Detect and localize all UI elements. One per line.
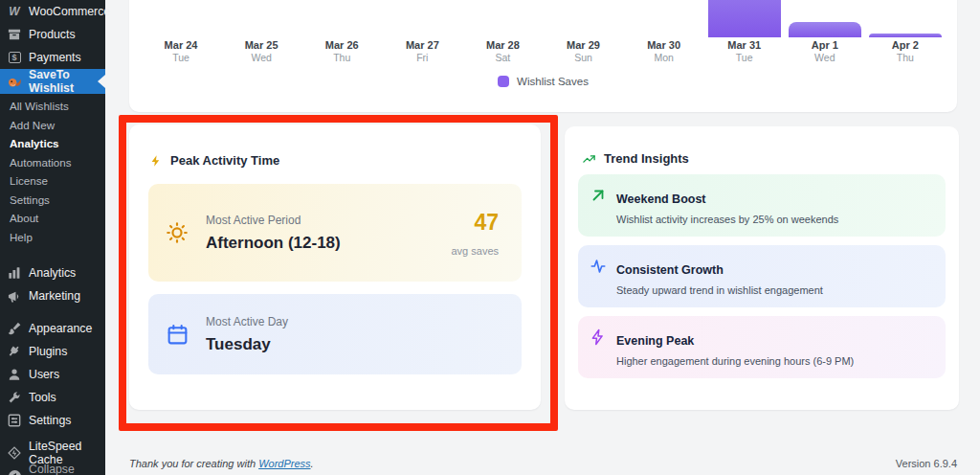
plugin-icon [7,344,22,359]
saveto-wishlist-squirrel-icon [7,74,22,89]
period-label: Most Active Period [206,214,341,227]
arrow-up-right-icon [590,187,607,204]
sidebar-item-litespeed-cache[interactable]: LiteSpeed Cache [0,441,105,464]
submenu-item-all-wishlists[interactable]: All Wishlists [0,97,105,116]
sidebar-item-label: Plugins [29,345,67,358]
submenu-item-automations[interactable]: Automations [0,153,105,172]
chart-bar-9 [869,34,942,37]
x-tick-date: Mar 29 [567,39,600,51]
sidebar-item-label: Analytics [29,266,76,280]
insight-title: Weekend Boost [616,192,838,206]
chart-column: Mar 27 Fri [382,0,462,63]
sliders-icon [7,413,22,428]
sidebar-item-saveto-wishlist[interactable]: SaveTo Wishlist [0,69,105,94]
trend-insights-header: Trend Insights [578,151,946,166]
chart-column: Mar 26 Thu [301,0,382,63]
chart-bar-7 [708,0,781,37]
most-active-day-tile: Most Active Day Tuesday [148,294,522,374]
insight-weekend-boost: Weekend Boost Wishlist activity increase… [578,174,946,237]
chart-bar-8 [789,22,861,37]
app-window: W WooCommerce Products $ Payments SaveTo… [0,0,980,475]
sidebar-item-label: Marketing [29,289,80,303]
sidebar-item-woocommerce[interactable]: W WooCommerce [0,0,105,23]
submenu-item-analytics[interactable]: Analytics [0,134,105,153]
sidebar-item-label: Appearance [29,322,92,335]
sidebar-item-appearance[interactable]: Appearance [0,317,105,340]
chart-column: Mar 24 Tue [141,0,221,63]
saveto-wishlist-submenu: All Wishlists Add New Analytics Automati… [0,94,105,252]
chart-column: Mar 31 Tue [704,0,785,63]
peak-activity-card: Peak Activity Time Most Active Period Af… [129,124,541,410]
chart-legend: Wishlist Saves [141,76,946,87]
sidebar-item-payments[interactable]: $ Payments [0,46,105,69]
x-tick-date: Mar 30 [647,39,680,51]
x-tick-date: Apr 2 [892,39,919,51]
legend-label: Wishlist Saves [517,76,589,87]
sidebar-item-label: Users [29,368,59,381]
sidebar-item-tools[interactable]: Tools [0,386,105,409]
chart-column: Mar 25 Wed [221,0,301,63]
x-tick-date: Mar 27 [406,39,439,51]
chart-column: Mar 30 Mon [624,0,704,63]
period-stat: 47 avg saves [451,210,499,257]
insight-title: Evening Peak [616,334,854,348]
sidebar-item-label: WooCommerce [29,5,110,18]
admin-footer: Thank you for creating with WordPress. V… [129,458,957,469]
sidebar-item-products[interactable]: Products [0,23,105,46]
footer-version: Version 6.9.4 [896,458,957,469]
activity-pulse-icon [590,258,607,275]
collapse-menu-icon [7,468,22,475]
avg-saves-value: 47 [451,210,499,236]
sidebar-item-settings[interactable]: Settings [0,409,105,432]
sidebar-item-label: Tools [29,391,56,404]
insight-texts: Evening Peak Higher engagement during ev… [616,328,854,367]
sidebar-item-label: Products [29,28,76,41]
day-value: Tuesday [206,335,288,354]
trend-insights-title: Trend Insights [604,151,689,166]
user-icon [7,367,22,382]
avg-saves-label: avg saves [451,245,499,257]
calendar-icon [164,321,190,348]
period-texts: Most Active Period Afternoon (12-18) [206,214,341,253]
insight-texts: Consistent Growth Steady upward trend in… [616,257,823,296]
sidebar-item-analytics[interactable]: Analytics [0,261,105,284]
insight-desc: Wishlist activity increases by 25% on we… [616,214,838,225]
sidebar-item-label: SaveTo Wishlist [29,68,105,95]
sidebar-item-collapse-menu[interactable]: Collapse Menu [0,464,105,475]
paintbrush-icon [7,321,22,336]
x-tick-day: Sat [496,52,511,63]
megaphone-icon [7,288,22,304]
thanks-suffix: . [311,458,314,469]
admin-sidebar: W WooCommerce Products $ Payments SaveTo… [0,0,105,475]
chart-column: Mar 29 Sun [543,0,623,63]
sidebar-item-label: Payments [29,51,81,64]
submenu-item-add-new[interactable]: Add New [0,116,105,135]
products-icon [7,27,22,42]
submenu-item-settings[interactable]: Settings [0,191,105,210]
chart-column: Apr 2 Thu [865,0,946,63]
x-tick-day: Thu [333,52,350,63]
submenu-item-about[interactable]: About [0,209,105,228]
insight-title: Consistent Growth [616,263,823,277]
sidebar-item-marketing[interactable]: Marketing [0,284,105,307]
admin-content: Mar 24 Tue Mar 25 Wed Mar 26 Thu [105,0,980,475]
sun-icon [164,219,190,246]
x-tick-date: Mar 24 [165,39,198,51]
x-tick-day: Mon [654,52,673,63]
submenu-item-help[interactable]: Help [0,228,105,247]
peak-activity-title: Peak Activity Time [170,153,279,168]
x-tick-date: Mar 31 [727,39,761,51]
submenu-item-license[interactable]: License [0,171,105,191]
x-tick-day: Tue [172,52,189,63]
sidebar-item-label: Collapse Menu [29,463,105,475]
chart-column: Apr 1 Wed [785,0,865,63]
x-tick-date: Mar 26 [325,39,359,51]
trend-insights-card: Trend Insights Weekend Boost Wishlist ac… [565,126,959,410]
wordpress-link[interactable]: WordPress [258,458,310,469]
x-tick-date: Apr 1 [812,39,838,51]
insight-desc: Steady upward trend in wishlist engageme… [616,284,823,296]
sidebar-item-users[interactable]: Users [0,363,105,386]
x-tick-day: Fri [416,52,428,63]
sidebar-item-plugins[interactable]: Plugins [0,340,105,363]
x-tick-day: Tue [736,52,753,63]
